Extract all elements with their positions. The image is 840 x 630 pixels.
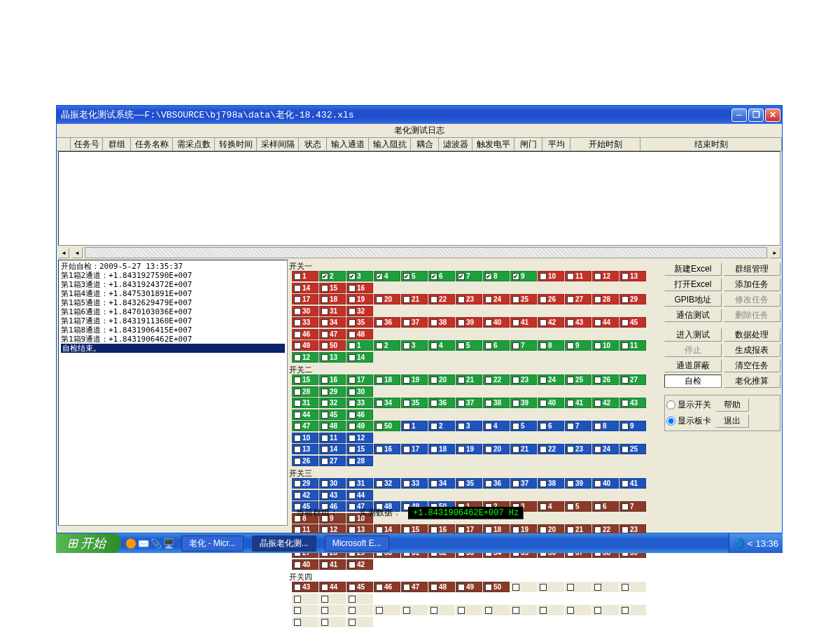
channel-cell[interactable]	[538, 605, 564, 615]
data-proc-button[interactable]: 数据处理	[724, 328, 781, 342]
channel-cell[interactable]: 17	[346, 374, 373, 385]
channel-cell[interactable]: 21	[401, 294, 428, 304]
channel-cell[interactable]: 26	[292, 456, 318, 466]
add-task-button[interactable]: 添加任务	[724, 278, 781, 291]
channel-cell[interactable]: 27	[565, 294, 592, 304]
channel-cell[interactable]: 4	[538, 501, 564, 512]
channel-cell[interactable]: 22	[428, 294, 455, 304]
channel-cell[interactable]: 34	[319, 317, 346, 328]
clear-button[interactable]: 清空任务	[724, 359, 781, 372]
channel-cell[interactable]: 24	[592, 444, 619, 454]
gpib-button[interactable]: GPIB地址	[664, 293, 722, 307]
channel-cell[interactable]: 36	[374, 317, 400, 328]
channel-cell[interactable]: 37	[510, 478, 537, 489]
channel-cell[interactable]: 14	[292, 283, 318, 293]
channel-cell[interactable]: 41	[620, 478, 646, 489]
channel-cell[interactable]: 35	[401, 398, 428, 408]
channel-cell[interactable]: 14	[319, 444, 346, 454]
channel-cell[interactable]: 38	[428, 317, 455, 328]
channel-cell[interactable]	[538, 582, 564, 592]
channel-cell[interactable]	[456, 605, 482, 615]
channel-cell[interactable]: 33	[401, 478, 428, 489]
channel-cell[interactable]	[346, 617, 373, 627]
show-board-radio[interactable]: 显示板卡	[666, 415, 711, 427]
channel-cell[interactable]: 40	[292, 559, 318, 570]
taskbar-tab[interactable]: 晶振老化测...	[252, 536, 316, 552]
channel-cell[interactable]: 21	[456, 374, 482, 385]
channel-cell[interactable]: 17	[292, 294, 318, 304]
channel-cell[interactable]	[592, 605, 619, 615]
channel-cell[interactable]: 49	[292, 340, 318, 351]
channel-cell[interactable]: 36	[483, 478, 510, 489]
channel-cell[interactable]: 1	[292, 271, 318, 281]
channel-cell[interactable]: 30	[346, 386, 373, 397]
channel-cell[interactable]: 1	[401, 421, 428, 431]
channel-cell[interactable]: 27	[319, 456, 346, 466]
channel-cell[interactable]: ✔2	[319, 271, 346, 281]
channel-cell[interactable]	[620, 582, 646, 592]
channel-cell[interactable]: 19	[456, 444, 482, 454]
channel-cell[interactable]: 13	[292, 444, 318, 454]
channel-cell[interactable]: 42	[538, 317, 564, 328]
maximize-button[interactable]: ❐	[748, 108, 764, 122]
channel-cell[interactable]: 5	[456, 340, 482, 351]
channel-cell[interactable]	[565, 582, 592, 592]
channel-cell[interactable]	[428, 605, 455, 615]
channel-cell[interactable]: 8	[538, 340, 564, 351]
channel-cell[interactable]: 43	[565, 317, 592, 328]
channel-cell[interactable]: 21	[510, 444, 537, 454]
channel-cell[interactable]: 49	[346, 421, 373, 431]
channel-cell[interactable]: 50	[483, 582, 510, 592]
channel-cell[interactable]: 12	[346, 433, 373, 443]
channel-cell[interactable]: 28	[592, 294, 619, 304]
group-mgr-button[interactable]: 群组管理	[724, 262, 781, 276]
channel-cell[interactable]: 34	[374, 398, 400, 408]
channel-cell[interactable]: 47	[401, 582, 428, 592]
channel-cell[interactable]: 25	[510, 294, 537, 304]
channel-cell[interactable]: 5	[510, 421, 537, 431]
channel-cell[interactable]: 18	[428, 444, 455, 454]
open-excel-button[interactable]: 打开Excel	[664, 278, 722, 291]
channel-cell[interactable]: 25	[620, 444, 646, 454]
taskbar-tab[interactable]: Microsoft E...	[325, 536, 389, 552]
channel-cell[interactable]	[401, 605, 428, 615]
channel-cell[interactable]: 2	[428, 421, 455, 431]
channel-cell[interactable]: 23	[456, 294, 482, 304]
channel-cell[interactable]: ✔7	[456, 271, 482, 281]
scroll-left2-icon[interactable]: ◄	[71, 247, 83, 258]
channel-cell[interactable]: 47	[319, 329, 346, 340]
channel-cell[interactable]: 7	[620, 501, 646, 512]
channel-cell[interactable]: 41	[565, 398, 592, 408]
channel-cell[interactable]: 36	[428, 398, 455, 408]
tray-icon[interactable]: 🖥️	[163, 538, 173, 548]
channel-cell[interactable]: 47	[292, 421, 318, 431]
channel-cell[interactable]: 43	[620, 398, 646, 408]
channel-cell[interactable]: 19	[401, 374, 428, 385]
channel-cell[interactable]: 3	[456, 421, 482, 431]
start-button[interactable]: ⊞ 开始	[56, 533, 121, 553]
channel-cell[interactable]: 16	[319, 374, 346, 385]
channel-cell[interactable]	[346, 605, 373, 615]
channel-cell[interactable]: 42	[592, 398, 619, 408]
channel-cell[interactable]: 16	[346, 283, 373, 293]
channel-cell[interactable]: 13	[319, 352, 346, 363]
channel-cell[interactable]: ✔3	[346, 271, 373, 281]
channel-cell[interactable]: 11	[565, 271, 592, 281]
channel-cell[interactable]: 32	[374, 478, 400, 489]
channel-cell[interactable]: 31	[346, 478, 373, 489]
channel-cell[interactable]: 41	[319, 559, 346, 570]
channel-cell[interactable]: 7	[510, 340, 537, 351]
mask-button[interactable]: 通道屏蔽	[664, 359, 722, 372]
tray-lang-icon[interactable]: 🔵	[734, 538, 745, 549]
channel-cell[interactable]: 28	[292, 386, 318, 397]
channel-cell[interactable]: 10	[592, 340, 619, 351]
channel-cell[interactable]: 3	[401, 340, 428, 351]
channel-cell[interactable]: 44	[592, 317, 619, 328]
channel-cell[interactable]: 19	[346, 294, 373, 304]
channel-cell[interactable]: 12	[592, 271, 619, 281]
channel-cell[interactable]	[592, 582, 619, 592]
channel-cell[interactable]: 24	[538, 374, 564, 385]
channel-cell[interactable]: 26	[592, 374, 619, 385]
channel-cell[interactable]: 30	[319, 478, 346, 489]
channel-cell[interactable]: 48	[428, 582, 455, 592]
